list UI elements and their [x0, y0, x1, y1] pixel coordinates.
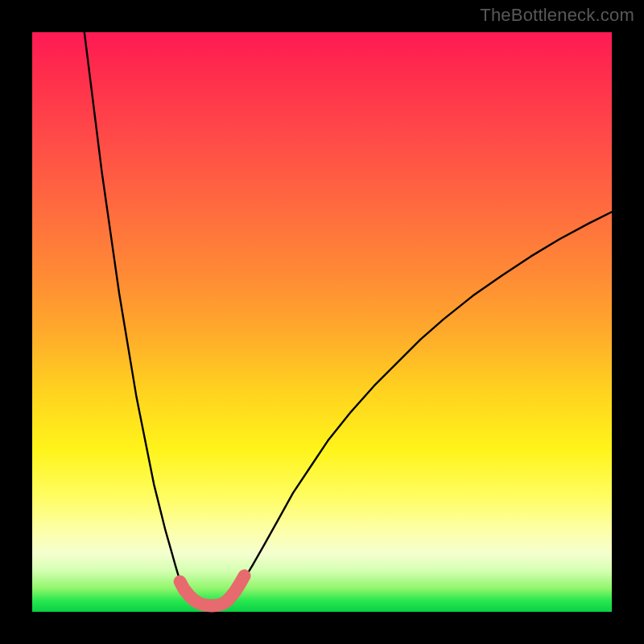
watermark-text: TheBottleneck.com [480, 5, 634, 26]
chart-svg [32, 32, 612, 612]
chart-frame: TheBottleneck.com [0, 0, 644, 644]
left-branch-line [85, 32, 195, 601]
plot-area [32, 32, 612, 612]
right-branch-line [228, 212, 612, 601]
highlight-line [180, 576, 245, 605]
